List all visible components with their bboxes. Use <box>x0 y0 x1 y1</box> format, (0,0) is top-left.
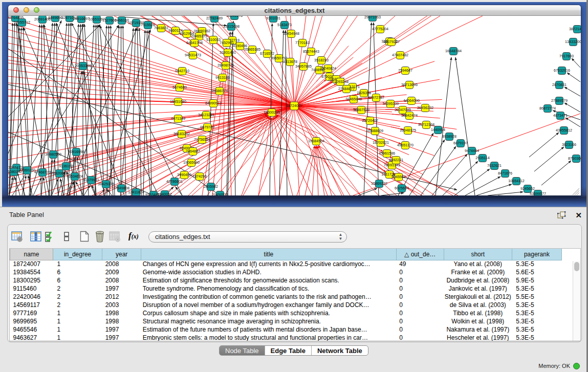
svg-text:20450533: 20450533 <box>212 192 228 195</box>
svg-text:49651370: 49651370 <box>397 143 413 147</box>
svg-text:9301031: 9301031 <box>266 16 280 20</box>
svg-text:6466160: 6466160 <box>115 18 129 23</box>
svg-text:7874296: 7874296 <box>192 174 207 179</box>
svg-text:64641708: 64641708 <box>186 40 203 45</box>
svg-text:7770143: 7770143 <box>295 40 310 45</box>
svg-text:0842710: 0842710 <box>175 69 189 73</box>
svg-text:15451680: 15451680 <box>170 99 186 104</box>
svg-text:2805982: 2805982 <box>204 184 218 189</box>
svg-text:2935114: 2935114 <box>475 156 489 160</box>
svg-text:64990913: 64990913 <box>205 101 222 105</box>
svg-text:34957885: 34957885 <box>295 64 312 69</box>
svg-text:13315098: 13315098 <box>223 24 239 29</box>
svg-text:42786801: 42786801 <box>166 179 183 184</box>
svg-text:8938928: 8938928 <box>442 134 456 139</box>
svg-text:3623166: 3623166 <box>562 142 576 147</box>
svg-text:9136193: 9136193 <box>59 164 73 168</box>
svg-text:26916697: 26916697 <box>73 16 90 21</box>
svg-text:15720407: 15720407 <box>362 118 378 123</box>
svg-text:7917693: 7917693 <box>559 54 574 58</box>
svg-text:16648784: 16648784 <box>445 49 462 53</box>
svg-text:27484677: 27484677 <box>338 86 355 91</box>
svg-text:5310033: 5310033 <box>206 37 221 42</box>
svg-text:44064090: 44064090 <box>403 98 420 103</box>
svg-text:15869232: 15869232 <box>371 181 387 186</box>
svg-text:7515526: 7515526 <box>141 23 155 27</box>
svg-text:3518233: 3518233 <box>314 58 329 62</box>
svg-text:58867533: 58867533 <box>353 107 369 112</box>
svg-text:87603669: 87603669 <box>568 156 581 161</box>
svg-text:5674680: 5674680 <box>172 85 187 90</box>
svg-text:78820812: 78820812 <box>51 171 68 176</box>
svg-text:51079911: 51079911 <box>83 178 99 182</box>
svg-text:27889579: 27889579 <box>551 98 568 103</box>
svg-text:71756551: 71756551 <box>194 137 210 142</box>
svg-text:6879197: 6879197 <box>453 141 468 145</box>
svg-text:9413186: 9413186 <box>215 75 230 80</box>
svg-text:9474444: 9474444 <box>465 148 479 153</box>
svg-text:43699577: 43699577 <box>530 191 546 195</box>
svg-text:31931491: 31931491 <box>220 50 236 55</box>
svg-text:43455812: 43455812 <box>556 128 572 133</box>
svg-text:10654112: 10654112 <box>508 179 524 183</box>
svg-text:29973763: 29973763 <box>364 16 381 19</box>
svg-text:7826398: 7826398 <box>357 91 371 95</box>
svg-text:22782489: 22782489 <box>206 16 223 20</box>
svg-text:7594647: 7594647 <box>398 68 412 73</box>
svg-text:8471676: 8471676 <box>498 171 512 176</box>
svg-text:6716572: 6716572 <box>260 51 274 56</box>
svg-text:19384554: 19384554 <box>308 139 324 143</box>
svg-text:27849808: 27849808 <box>113 186 129 190</box>
svg-text:7632621: 7632621 <box>487 163 502 168</box>
svg-text:14055712: 14055712 <box>14 20 30 25</box>
svg-text:4471349: 4471349 <box>171 116 185 121</box>
svg-text:99386774: 99386774 <box>211 89 228 93</box>
svg-text:10688609: 10688609 <box>367 128 383 133</box>
svg-text:05865185: 05865185 <box>244 47 260 52</box>
svg-text:38346578: 38346578 <box>226 16 243 18</box>
svg-text:35454948: 35454948 <box>283 31 299 36</box>
svg-text:69379237: 69379237 <box>383 39 400 44</box>
svg-text:34123281: 34123281 <box>198 113 214 117</box>
svg-text:20465375: 20465375 <box>191 34 207 38</box>
svg-text:1640052: 1640052 <box>158 192 172 195</box>
svg-text:5045562: 5045562 <box>391 174 406 179</box>
svg-text:21465840: 21465840 <box>345 97 362 101</box>
svg-text:94531473: 94531473 <box>185 53 201 57</box>
svg-text:71093248: 71093248 <box>332 79 349 84</box>
svg-text:85574443: 85574443 <box>303 49 319 54</box>
svg-text:7464887: 7464887 <box>186 149 200 154</box>
svg-text:7452991: 7452991 <box>220 40 234 45</box>
svg-text:38721489: 38721489 <box>569 27 581 31</box>
svg-text:35240824: 35240824 <box>320 66 336 71</box>
svg-text:21456232: 21456232 <box>417 105 433 110</box>
svg-text:3990490: 3990490 <box>177 172 191 177</box>
svg-text:19065940: 19065940 <box>183 160 200 165</box>
svg-text:20053346: 20053346 <box>75 63 91 68</box>
svg-text:2870831: 2870831 <box>552 82 567 87</box>
svg-text:9245652: 9245652 <box>520 186 535 191</box>
svg-text:28498776: 28498776 <box>217 63 234 68</box>
svg-text:38425135: 38425135 <box>98 182 114 186</box>
svg-text:4873471: 4873471 <box>553 113 568 118</box>
svg-text:8849696: 8849696 <box>48 16 62 20</box>
svg-text:18724007: 18724007 <box>286 103 302 108</box>
svg-text:6025634: 6025634 <box>395 186 409 190</box>
svg-text:74395339: 74395339 <box>382 101 399 106</box>
svg-text:30980500: 30980500 <box>45 152 61 157</box>
svg-text:13433200: 13433200 <box>565 39 581 44</box>
svg-text:0679740: 0679740 <box>200 125 214 129</box>
svg-text:49972787: 49972787 <box>368 95 384 100</box>
svg-text:47407482: 47407482 <box>392 53 408 57</box>
svg-text:58842474: 58842474 <box>401 113 418 118</box>
svg-text:36713695: 36713695 <box>401 82 418 87</box>
svg-text:47468723: 47468723 <box>34 170 51 174</box>
svg-text:77360260: 77360260 <box>19 168 35 172</box>
svg-text:1440954: 1440954 <box>431 127 445 132</box>
svg-text:8313678: 8313678 <box>283 59 297 64</box>
svg-text:86872774: 86872774 <box>539 106 556 111</box>
svg-text:51712368: 51712368 <box>418 122 434 127</box>
svg-text:67632016: 67632016 <box>554 68 570 73</box>
svg-text:45961586: 45961586 <box>379 151 395 156</box>
svg-text:8692221: 8692221 <box>389 158 403 162</box>
